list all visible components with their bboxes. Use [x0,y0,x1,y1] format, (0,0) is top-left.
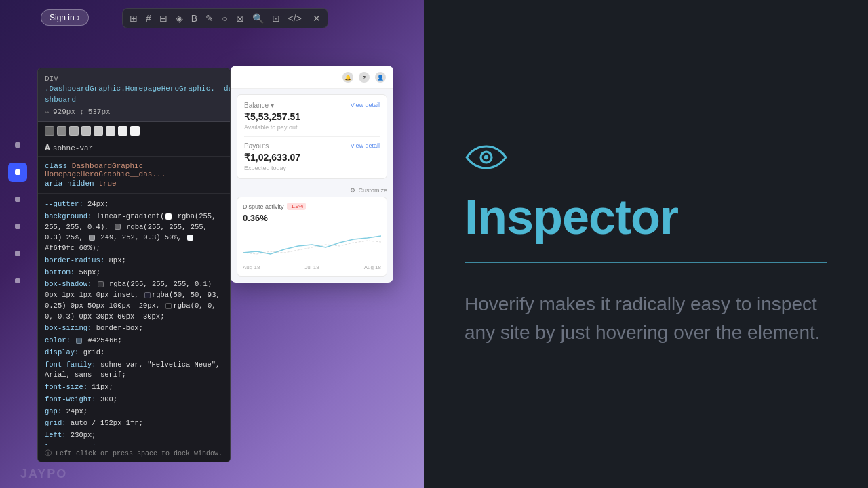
toolbar-3d-icon[interactable]: ◈ [176,13,183,24]
payouts-sub: Expected today [244,165,300,171]
toolbar-shape-icon[interactable]: ○ [222,13,227,24]
inspector-footer: ⓘ Left click or press space to dock wind… [38,445,230,462]
element-height: 537px [88,108,111,116]
signin-label: Sign in [50,13,75,22]
dispute-header: Dispute activity -1.9% [243,203,381,210]
dash-avatar[interactable]: 👤 [375,72,386,83]
css-font-weight: font-weight: 300; [45,394,223,405]
dispute-chart [243,226,381,260]
swatch-2 [57,126,66,136]
css-font-size: font-size: 11px; [45,382,223,393]
nav-item-1[interactable] [8,136,27,155]
dims-height-separator: ↕ [79,108,84,116]
inspector-panel: DIV .DashboardGraphic.HomepageHeroGraphi… [37,68,231,462]
title-divider [465,262,827,263]
dims-arrow-icon: ↔ [45,108,49,116]
swatch-5 [94,126,103,136]
info-icon: ⓘ [45,449,52,458]
dispute-badge: -1.9% [287,203,307,210]
attr-aria-key: aria-hidden [45,180,94,188]
dash-bell-icon[interactable]: 🔔 [342,72,353,83]
css-box-sizing: box-sizing: border-box; [45,323,223,334]
left-panel: Sign in › ⊞ # ⊟ ◈ B ✎ ○ ⊠ 🔍 ⊡ </> ✕ DIV … [0,0,424,488]
attr-class-row: class DashboardGraphic HomepageHeroGraph… [45,162,223,178]
payouts-info: Payouts ₹1,02,633.07 Expected today [244,142,300,171]
balance-amount: ₹5,53,257.51 [244,111,300,122]
dispute-value: 0.36% [243,213,381,223]
css-box-shadow: box-shadow: rgba(255, 255, 255, 0.1) 0px… [45,279,223,322]
eye-icon-container [465,141,827,176]
css-gap: gap: 24px; [45,407,223,418]
payouts-label: Payouts [244,142,300,150]
payouts-row: Payouts ₹1,02,633.07 Expected today View… [244,142,380,171]
balance-view-btn[interactable]: View detail [351,102,380,108]
css-display: display: grid; [45,348,223,359]
element-classname: .DashboardGraphic.HomepageHeroGraphic.__… [45,85,231,93]
nav-item-2[interactable] [8,163,27,182]
css-border-radius: border-radius: 8px; [45,256,223,266]
toolbar-hash-icon[interactable]: # [146,13,151,24]
nav-item-6[interactable] [8,271,27,290]
attr-aria-row: aria-hidden true [45,180,223,188]
balance-row: Balance ▾ ₹5,53,257.51 Available to pay … [244,102,380,131]
toolbar-grid-icon[interactable]: ⊟ [159,13,167,24]
inspector-header: DIV .DashboardGraphic.HomepageHeroGraphi… [38,68,230,122]
dispute-chart-section: Dispute activity -1.9% 0.36% Aug 18 Jul … [237,197,387,277]
toolbar-box-icon[interactable]: ⊠ [236,13,244,24]
dashboard-preview: 🔔 ? 👤 Balance ▾ ₹5,53,257.51 Available t… [231,66,393,283]
toolbar: ⊞ # ⊟ ◈ B ✎ ○ ⊠ 🔍 ⊡ </> ✕ [122,8,328,28]
dash-help-icon[interactable]: ? [359,72,370,83]
element-tag: DIV [45,75,58,83]
nav-item-3[interactable] [8,190,27,209]
swatch-1 [45,126,54,136]
bottom-watermark: JAYPO [20,467,67,481]
customize-label[interactable]: Customize [358,187,387,194]
nav-item-5[interactable] [8,244,27,263]
balance-divider [244,136,380,137]
css-properties[interactable]: --gutter: 24px; background: linear-gradi… [38,194,230,445]
side-navigation [8,136,27,290]
swatch-7 [118,126,127,136]
css-grid: grid: auto / 152px 1fr; [45,418,223,429]
balance-section: Balance ▾ ₹5,53,257.51 Available to pay … [237,94,387,179]
css-font-family: font-family: sohne-var, "Helvetica Neue"… [45,360,223,382]
customize-gear-icon: ⚙ [350,187,355,194]
right-panel: Inspector Hoverify makes it radically ea… [424,0,868,488]
element-dimensions: ↔ 929px ↕ 537px [45,108,223,116]
toolbar-edit-icon[interactable]: ✎ [205,13,214,24]
swatch-6 [106,126,115,136]
balance-info: Balance ▾ ₹5,53,257.51 Available to pay … [244,102,300,131]
eye-icon [465,141,508,174]
css-color: color: #425466; [45,336,223,346]
signin-button[interactable]: Sign in › [41,9,89,26]
swatch-4 [81,126,91,136]
customize-section: ⚙ Customize [231,184,393,197]
payouts-amount: ₹1,02,633.07 [244,152,300,163]
payouts-view-btn[interactable]: View detail [351,142,380,149]
date-end: Aug 18 [364,264,381,270]
css-left: left: 230px; [45,430,223,441]
date-start: Aug 18 [243,264,260,270]
element-classname2: shboard [45,96,76,104]
right-content: Inspector Hoverify makes it radically ea… [465,141,827,347]
toolbar-columns-icon[interactable]: ⊞ [130,13,138,24]
css-background: background: linear-gradient( rgba(255, 2… [45,211,223,254]
toolbar-copy-icon[interactable]: ⊡ [272,13,280,24]
toolbar-close-icon[interactable]: ✕ [313,13,321,24]
css-bottom: bottom: 56px; [45,268,223,279]
date-mid: Jul 18 [304,264,319,270]
font-name: sohne-var [53,144,93,152]
attr-aria-val: true [98,180,116,188]
font-indicator: A sohne-var [38,140,230,157]
nav-item-4[interactable] [8,217,27,236]
toolbar-code-icon[interactable]: </> [288,13,302,24]
swatch-8 [130,126,140,136]
css-gutter: --gutter: 24px; [45,199,223,210]
dispute-label: Dispute activity [243,203,284,210]
swatch-3 [69,126,79,136]
toolbar-search-icon[interactable]: 🔍 [252,13,264,24]
dash-topbar: 🔔 ? 👤 [231,66,393,89]
toolbar-bold-icon[interactable]: B [191,13,197,24]
font-icon: A [45,143,50,153]
element-class: DIV .DashboardGraphic.HomepageHeroGraphi… [45,74,223,105]
